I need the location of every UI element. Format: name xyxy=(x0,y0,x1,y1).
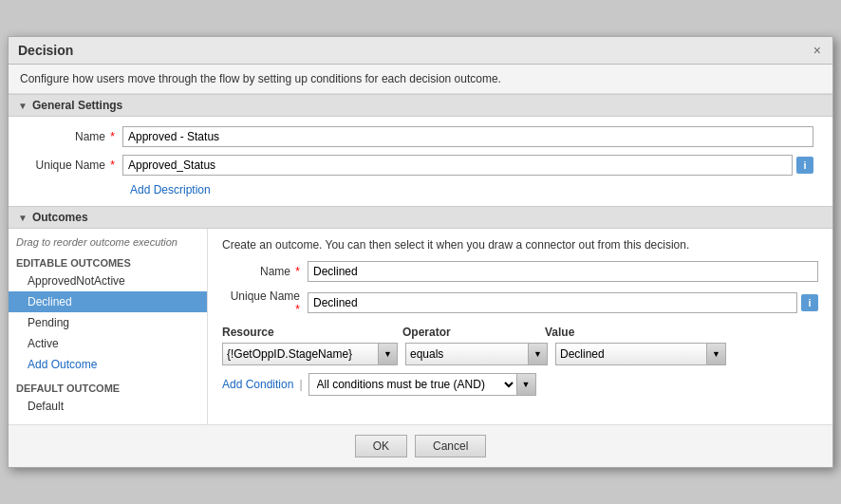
all-conditions-select[interactable]: All conditions must be true (AND) Any co… xyxy=(308,373,517,396)
outcome-item-active[interactable]: Active xyxy=(9,333,207,354)
operator-select[interactable]: equals xyxy=(405,343,529,365)
outcomes-intro-text: Create an outcome. You can then select i… xyxy=(222,238,818,252)
pipe-divider: | xyxy=(299,378,302,391)
condition-row: {!GetOppID.StageName} ▼ equals ▼ Decline… xyxy=(222,343,818,365)
resource-select-wrapper: {!GetOppID.StageName} ▼ xyxy=(222,343,398,365)
dialog-footer: OK Cancel xyxy=(9,424,832,467)
operator-col-header: Operator xyxy=(402,326,545,339)
name-label: Name * xyxy=(28,130,122,143)
triangle-icon: ▼ xyxy=(18,101,28,111)
outcome-name-label: Name * xyxy=(222,265,308,278)
outcome-unique-name-row: Unique Name * i xyxy=(222,289,818,316)
outcome-unique-name-label: Unique Name * xyxy=(222,289,308,316)
value-col-header: Value xyxy=(545,326,574,339)
outcomes-section: Drag to reorder outcome execution EDITAB… xyxy=(9,229,832,424)
conditions-col-headers: Resource Operator Value xyxy=(222,326,818,339)
name-required: * xyxy=(110,130,115,143)
unique-name-label: Unique Name * xyxy=(28,159,122,172)
operator-select-wrapper: equals ▼ xyxy=(405,343,548,365)
general-settings-header: ▼ General Settings xyxy=(9,94,832,117)
outcome-item-default[interactable]: Default xyxy=(9,396,207,417)
add-condition-link[interactable]: Add Condition xyxy=(222,378,293,391)
ok-button[interactable]: OK xyxy=(355,435,407,457)
outcomes-label: Outcomes xyxy=(32,211,88,224)
outcome-name-row: Name * xyxy=(222,261,818,282)
name-row: Name * xyxy=(28,126,813,147)
all-conditions-wrapper: All conditions must be true (AND) Any co… xyxy=(308,373,536,396)
outcome-name-input[interactable] xyxy=(308,261,818,282)
outcomes-triangle-icon: ▼ xyxy=(18,213,28,223)
close-button[interactable]: × xyxy=(812,44,823,57)
name-input[interactable] xyxy=(122,126,813,147)
conditions-area: Resource Operator Value {!GetOppID.Stage… xyxy=(222,326,818,396)
dialog-description: Configure how users move through the flo… xyxy=(9,65,832,94)
unique-name-required: * xyxy=(110,159,115,172)
dialog-title: Decision xyxy=(18,43,73,58)
outcomes-right-panel: Create an outcome. You can then select i… xyxy=(208,229,832,424)
outcome-item-approvednotactive[interactable]: ApprovedNotActive xyxy=(9,271,207,291)
outcome-item-pending[interactable]: Pending xyxy=(9,312,207,333)
value-select[interactable]: Declined xyxy=(555,343,707,365)
outcomes-header: ▼ Outcomes xyxy=(9,206,832,229)
add-condition-row: Add Condition | All conditions must be t… xyxy=(222,373,818,396)
add-outcome-link[interactable]: Add Outcome xyxy=(9,354,207,375)
outcomes-left-panel: Drag to reorder outcome execution EDITAB… xyxy=(9,229,208,424)
all-conditions-arrow[interactable]: ▼ xyxy=(517,373,536,396)
resource-select[interactable]: {!GetOppID.StageName} xyxy=(222,343,379,365)
general-settings-label: General Settings xyxy=(32,99,122,112)
value-select-arrow[interactable]: ▼ xyxy=(707,343,726,365)
unique-name-info-icon[interactable]: i xyxy=(796,157,813,174)
decision-dialog: Decision × Configure how users move thro… xyxy=(8,36,833,468)
editable-outcomes-label: EDITABLE OUTCOMES xyxy=(9,253,207,271)
default-outcome-label: DEFAULT OUTCOME xyxy=(9,375,207,396)
outcome-unique-name-info-icon[interactable]: i xyxy=(801,294,818,311)
dialog-titlebar: Decision × xyxy=(9,37,832,65)
outcome-item-declined[interactable]: Declined xyxy=(9,291,207,312)
value-select-wrapper: Declined ▼ xyxy=(555,343,726,365)
outcome-unique-name-required: * xyxy=(295,303,300,316)
outcome-name-required: * xyxy=(295,265,300,278)
cancel-button[interactable]: Cancel xyxy=(415,435,486,457)
operator-select-arrow[interactable]: ▼ xyxy=(529,343,548,365)
unique-name-row: Unique Name * i xyxy=(28,155,813,176)
drag-hint: Drag to reorder outcome execution xyxy=(9,236,207,253)
add-description-row: Add Description xyxy=(28,183,813,196)
outcome-unique-name-input[interactable] xyxy=(308,292,797,313)
add-description-link[interactable]: Add Description xyxy=(130,183,211,196)
resource-col-header: Resource xyxy=(222,326,402,339)
unique-name-input[interactable] xyxy=(122,155,793,176)
general-settings-body: Name * Unique Name * i Add Description xyxy=(9,117,832,206)
resource-select-arrow[interactable]: ▼ xyxy=(379,343,398,365)
